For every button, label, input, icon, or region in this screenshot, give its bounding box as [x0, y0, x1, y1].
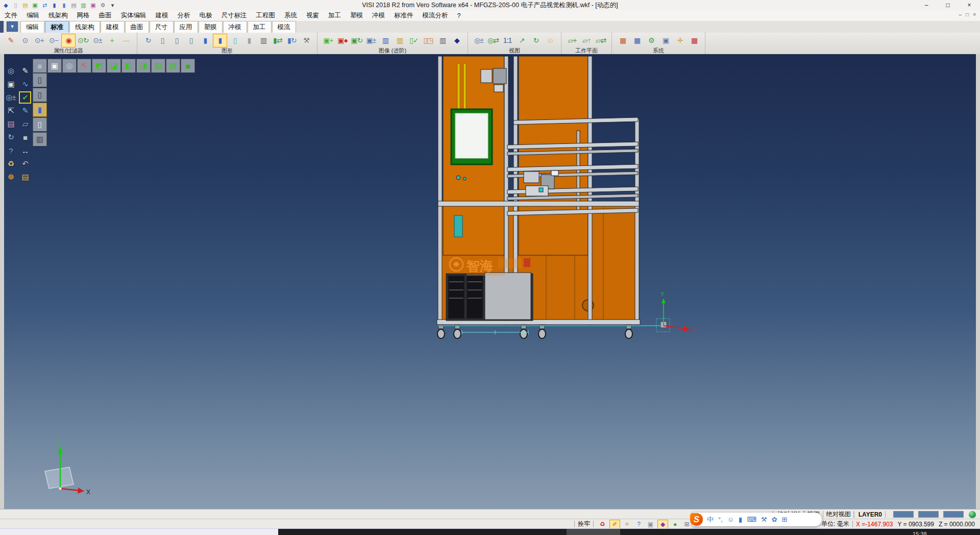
menu-item[interactable]: 线架构	[44, 11, 72, 20]
capture-icon[interactable]: ▣	[89, 1, 97, 9]
punctuation-toggle[interactable]: °,	[718, 516, 723, 523]
status-dot-icon[interactable]: ●	[670, 520, 680, 528]
print-icon[interactable]: ▤	[69, 1, 78, 9]
save-icon[interactable]: ▮	[50, 1, 59, 9]
system-tools-icon[interactable]: ⚙	[645, 34, 658, 47]
wireframe-style-icon[interactable]: ▯	[156, 34, 169, 47]
menu-item[interactable]: 冲模	[368, 11, 389, 20]
tabbar-dropdown[interactable]: ▼	[7, 21, 18, 32]
zoom-actual-icon[interactable]: 1:1	[501, 34, 514, 47]
tab-application[interactable]: 应用	[174, 21, 198, 33]
menu-item[interactable]: 网格	[72, 11, 94, 20]
adv-filter-icon[interactable]: ▣●	[336, 34, 349, 47]
lasso-select-icon[interactable]: ∿	[18, 78, 32, 91]
navigation-wheel-icon[interactable]: ☸	[4, 171, 17, 184]
view-menu-icon[interactable]: ≡	[33, 59, 47, 73]
hide-entities-icon[interactable]: ⊙−	[47, 34, 60, 47]
adv-refresh-icon[interactable]: ▣↻	[350, 34, 363, 47]
wireframe-display-icon[interactable]: ▯	[33, 73, 47, 87]
settings-icon[interactable]: ⚙	[99, 1, 107, 9]
view-bottom-icon[interactable]: ◪	[107, 59, 121, 73]
mdi-restore-button[interactable]: □	[966, 12, 969, 17]
sketch-curve-icon[interactable]: ✎	[18, 104, 32, 117]
swap-visibility-icon[interactable]: ⊙±	[91, 34, 104, 47]
prism-icon[interactable]: ◆	[657, 520, 668, 529]
workplane-move-icon[interactable]: ▱⇄	[594, 34, 607, 47]
fit-view-icon[interactable]: ▣	[4, 78, 17, 91]
maximize-button[interactable]: □	[937, 0, 959, 10]
open-folder-icon[interactable]: ▤	[18, 171, 32, 184]
mdi-minimize-button[interactable]: –	[959, 12, 962, 17]
plot-icon[interactable]: ▥	[79, 1, 88, 9]
delete-trash-icon[interactable]: ♻	[4, 157, 17, 171]
menu-item[interactable]: ?	[453, 12, 465, 19]
tab-plastic[interactable]: 塑膜	[199, 21, 223, 33]
menu-item[interactable]: 模流分析	[418, 11, 453, 20]
app-icon[interactable]: ◆	[2, 1, 10, 9]
zoom-inout-icon[interactable]: ◎±	[4, 91, 17, 104]
wand-icon[interactable]: ✐	[609, 520, 620, 529]
mesh-grid-icon[interactable]: ▦	[688, 34, 701, 47]
workplane-align-icon[interactable]: ▱↑	[580, 34, 593, 47]
view-right-icon[interactable]: ◨	[136, 59, 151, 73]
shaded-display-icon[interactable]: ▮	[33, 103, 47, 117]
status-help-icon[interactable]: ?	[634, 520, 644, 528]
view-iso-icon[interactable]: ■	[181, 59, 195, 73]
menu-item[interactable]: 系统	[280, 11, 302, 20]
menu-item[interactable]: 尺寸标注	[217, 11, 252, 20]
validate-solid-icon[interactable]: ▯✓	[407, 34, 421, 47]
customize-window-icon[interactable]: ▣	[659, 34, 672, 47]
menu-item[interactable]: 实体编辑	[116, 11, 151, 20]
tab-edit[interactable]: 编辑	[20, 21, 44, 33]
measure-icon[interactable]: ↔	[18, 144, 32, 157]
fit-window-icon[interactable]: ▣	[47, 59, 62, 73]
regen-icon[interactable]: ↻	[4, 131, 17, 144]
close-button[interactable]: ×	[959, 0, 980, 10]
view-back-icon[interactable]: ▨	[166, 59, 180, 73]
settings-table-icon[interactable]: ▦	[630, 34, 644, 47]
help-icon[interactable]: ?	[4, 144, 17, 157]
tab-die[interactable]: 冲模	[223, 21, 247, 33]
tab-standard[interactable]: 标准	[45, 21, 69, 33]
show-all-icon[interactable]: +	[105, 34, 118, 47]
sogou-logo[interactable]: S	[690, 513, 703, 526]
shaded-edges-style-icon[interactable]: ▮	[213, 34, 227, 47]
menu-item[interactable]: 分析	[173, 11, 195, 20]
hidden-line-display-icon[interactable]: ▯	[33, 88, 47, 102]
striped-gold-icon[interactable]: ▥	[393, 34, 406, 47]
view-orientation-icon[interactable]: ⇱	[4, 104, 17, 117]
flat-style-icon[interactable]: ▮	[242, 34, 256, 47]
dashed-style-icon[interactable]: ▯	[184, 34, 198, 47]
hidden-line-style-icon[interactable]: ▯	[170, 34, 183, 47]
menu-item[interactable]: 建模	[151, 11, 173, 20]
soft-keyboard-icon[interactable]: ⌨	[747, 516, 756, 523]
render-face-icon[interactable]: ☺	[544, 34, 557, 47]
tab-modeling[interactable]: 建模	[101, 21, 125, 33]
menu-item[interactable]: 文件	[0, 11, 22, 20]
surface-panes-icon[interactable]: ▱	[18, 117, 32, 131]
visibility-page-icon[interactable]: ⊙	[18, 34, 32, 47]
menu-grid-icon[interactable]: ⊞	[782, 516, 788, 523]
key-icon[interactable]: ✧	[622, 520, 632, 528]
zoom-previous-icon[interactable]: ◎	[62, 59, 77, 73]
toolbox-icon[interactable]: ⚒	[761, 516, 767, 523]
minimize-button[interactable]: –	[916, 0, 937, 10]
globe-icon[interactable]	[969, 511, 976, 518]
adv-swap-icon[interactable]: ▣±	[364, 34, 378, 47]
solid-cube-icon[interactable]: ◆	[450, 34, 463, 47]
open-file-icon[interactable]: ▤	[21, 1, 30, 9]
windows-taskbar[interactable]: 15:38	[0, 528, 980, 535]
tab-dimension[interactable]: 尺寸	[150, 21, 174, 33]
hatched-style-icon[interactable]: ▥	[257, 34, 270, 47]
translucent-style-icon[interactable]: ▯	[228, 34, 241, 47]
voice-input-icon[interactable]: ▮	[739, 516, 742, 523]
adv-show-icon[interactable]: ▣+	[322, 34, 335, 47]
tag-solid-icon[interactable]: ▯◳	[422, 34, 435, 47]
menu-item[interactable]: 标准件	[389, 11, 418, 20]
lang-mode-toggle[interactable]: 中	[707, 515, 714, 524]
emoji-picker-icon[interactable]: ☺	[727, 516, 734, 523]
menu-item[interactable]: 工程图	[252, 11, 280, 20]
link-icon[interactable]: ⇄	[40, 1, 49, 9]
triad-view-icon[interactable]: ⇱	[77, 59, 91, 73]
viewport-3d[interactable]: ≡▣◎⇱◩◪◧◨▧▨■ ▯▯▮▯▥ ◎▣◎±⇱▤↻?♻☸ ✎∿✔✎▱■↔↶▤	[0, 54, 980, 509]
